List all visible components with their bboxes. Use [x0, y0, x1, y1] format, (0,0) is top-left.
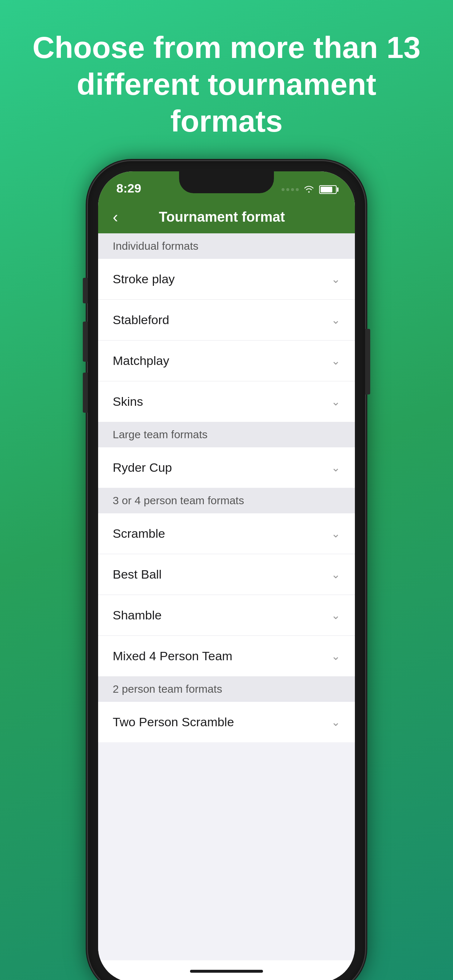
list-item-label: Mixed 4 Person Team [113, 649, 232, 663]
phone-screen: 8:29 [98, 171, 355, 980]
list-item-label: Skins [113, 395, 143, 409]
section-2person-team: 2 person team formats Two Person Scrambl… [98, 676, 355, 742]
list-item[interactable]: Mixed 4 Person Team ⌄ [98, 636, 355, 676]
list-item[interactable]: Stroke play ⌄ [98, 259, 355, 300]
volume-down-button[interactable] [83, 372, 88, 413]
list-item-label: Matchplay [113, 354, 169, 368]
chevron-down-icon: ⌄ [331, 395, 340, 408]
signal-icon [282, 188, 299, 191]
section-large-team: Large team formats Ryder Cup ⌄ [98, 422, 355, 488]
chevron-down-icon: ⌄ [331, 527, 340, 540]
3or4-team-items: Scramble ⌄ Best Ball ⌄ Shamble ⌄ Mixed 4… [98, 513, 355, 676]
volume-up-button[interactable] [83, 321, 88, 362]
chevron-down-icon: ⌄ [331, 355, 340, 367]
section-individual: Individual formats Stroke play ⌄ Stablef… [98, 233, 355, 422]
list-item-label: Two Person Scramble [113, 715, 234, 729]
back-button[interactable]: ‹ [113, 209, 118, 225]
list-item-label: Best Ball [113, 567, 161, 582]
section-header-2person-team: 2 person team formats [98, 676, 355, 702]
list-item[interactable]: Matchplay ⌄ [98, 340, 355, 381]
hero-text: Choose from more than 13 different tourn… [0, 0, 453, 161]
nav-title: Tournament format [126, 209, 318, 225]
list-item[interactable]: Ryder Cup ⌄ [98, 447, 355, 488]
2person-team-items: Two Person Scramble ⌄ [98, 702, 355, 742]
list-item[interactable]: Shamble ⌄ [98, 595, 355, 636]
list-item[interactable]: Stableford ⌄ [98, 300, 355, 340]
list-item-label: Scramble [113, 527, 165, 541]
section-header-3or4-team: 3 or 4 person team formats [98, 488, 355, 513]
section-3or4-team: 3 or 4 person team formats Scramble ⌄ Be… [98, 488, 355, 676]
nav-bar: ‹ Tournament format [98, 200, 355, 233]
list-item-label: Stroke play [113, 272, 175, 286]
list-item[interactable]: Skins ⌄ [98, 381, 355, 422]
list-item-label: Stableford [113, 313, 169, 327]
mute-button[interactable] [83, 278, 88, 303]
list-item[interactable]: Two Person Scramble ⌄ [98, 702, 355, 742]
section-header-large-team: Large team formats [98, 422, 355, 447]
chevron-down-icon: ⌄ [331, 716, 340, 729]
list-item-label: Shamble [113, 608, 161, 622]
chevron-down-icon: ⌄ [331, 650, 340, 662]
chevron-down-icon: ⌄ [331, 609, 340, 622]
chevron-down-icon: ⌄ [331, 461, 340, 474]
status-icons [282, 184, 337, 196]
home-bar [190, 970, 263, 973]
notch [179, 171, 274, 193]
home-indicator [98, 960, 355, 980]
large-team-items: Ryder Cup ⌄ [98, 447, 355, 488]
phone-device: 8:29 [88, 161, 365, 980]
chevron-down-icon: ⌄ [331, 568, 340, 581]
list-item-label: Ryder Cup [113, 460, 172, 475]
list-item[interactable]: Scramble ⌄ [98, 513, 355, 554]
wifi-icon [304, 184, 314, 196]
chevron-down-icon: ⌄ [331, 313, 340, 326]
section-header-individual: Individual formats [98, 233, 355, 259]
chevron-down-icon: ⌄ [331, 273, 340, 285]
list-item[interactable]: Best Ball ⌄ [98, 554, 355, 595]
content-scroll[interactable]: Individual formats Stroke play ⌄ Stablef… [98, 233, 355, 960]
power-button[interactable] [365, 329, 370, 395]
battery-icon [319, 185, 337, 194]
individual-items: Stroke play ⌄ Stableford ⌄ Matchplay ⌄ S… [98, 259, 355, 422]
